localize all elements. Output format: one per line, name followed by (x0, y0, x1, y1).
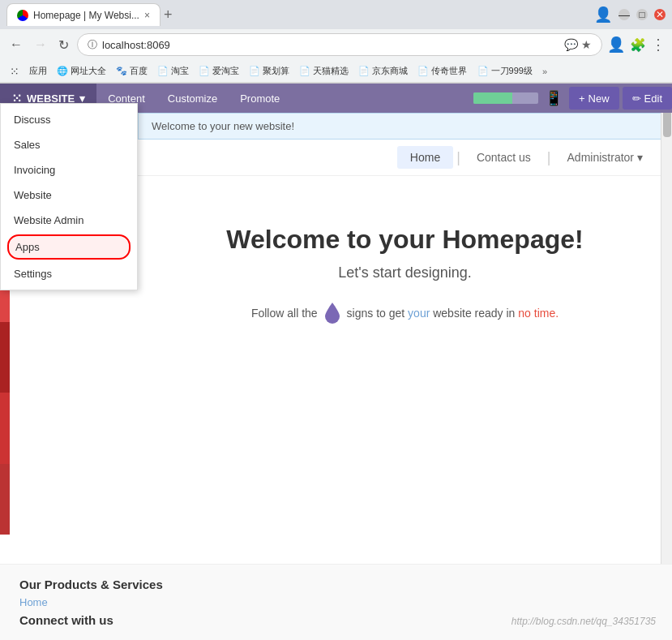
hero-title: Welcome to your Homepage! (154, 225, 656, 255)
dropdown-settings[interactable]: Settings (1, 261, 137, 286)
new-button[interactable]: + New (569, 87, 619, 110)
bm-juhesuan[interactable]: 📄 聚划算 (246, 63, 293, 79)
bm-jd[interactable]: 📄 京东商城 (355, 63, 411, 79)
notification-text: Welcome to your new website! (152, 120, 294, 132)
apps-grid-icon: ⁙ (10, 65, 19, 78)
nav-home[interactable]: Home (397, 146, 453, 169)
forward-button[interactable]: → (31, 36, 50, 54)
footer-watermark: http://blog.csdn.net/qq_34351735 (511, 616, 656, 627)
dropdown-sales[interactable]: Sales (1, 132, 137, 157)
lock-icon: Ⓘ (88, 38, 97, 52)
drip-icon (323, 301, 342, 325)
scrollbar (661, 103, 672, 640)
footer-products-title: Our Products & Services (19, 578, 653, 591)
extensions-icon[interactable]: 🧩 (630, 37, 646, 53)
hero-subtitle: Let's start designing. (154, 264, 656, 281)
bookmarks-more[interactable]: » (542, 67, 547, 76)
bm-apps[interactable]: 应用 (26, 63, 50, 79)
bookmark-star-icon[interactable]: ★ (581, 38, 592, 51)
dropdown-apps[interactable]: Apps (7, 234, 131, 260)
bookmarks-grid-icon[interactable]: ⁙ (6, 63, 23, 79)
new-label: New (589, 92, 610, 105)
edit-label: Edit (644, 92, 662, 105)
bm-chuanqi[interactable]: 📄 传奇世界 (414, 63, 470, 79)
bm-tianmao[interactable]: 📄 天猫精选 (296, 63, 352, 79)
plus-icon: + (579, 92, 585, 105)
tab-area: Homepage | My Websi... × + (6, 3, 594, 26)
profile-avatar-icon[interactable]: 👤 (607, 36, 625, 54)
site-nav: Home | Contact us | Administrator ▾ (138, 140, 672, 176)
address-bar-row: ← → ↻ Ⓘ localhost:8069 💬 ★ 👤 🧩 ⋮ (0, 29, 672, 60)
progress-fill (473, 92, 512, 104)
address-text: localhost:8069 (102, 39, 559, 51)
title-bar: Homepage | My Websi... × + 👤 — □ ✕ (0, 0, 672, 29)
bm-aitaobao[interactable]: 📄 爱淘宝 (195, 63, 242, 79)
promote-nav-item[interactable]: Promote (229, 84, 291, 113)
dropdown-website-admin[interactable]: Website Admin (1, 208, 137, 233)
hero-title-part1: Welcome to your (226, 225, 442, 254)
mobile-view-icon[interactable]: 📱 (538, 89, 569, 107)
bookmarks-bar: ⁙ 应用 🌐 网址大全 🐾 百度 📄 淘宝 📄 爱淘宝 📄 聚划算 📄 天猫精选… (0, 60, 672, 83)
refresh-button[interactable]: ↻ (55, 36, 72, 54)
notification-bar: Welcome to your new website! (138, 113, 672, 140)
translate-icon[interactable]: 💬 (564, 38, 578, 51)
edit-button[interactable]: ✏ Edit (623, 87, 672, 110)
bm-yidao[interactable]: 📄 一刀999级 (474, 63, 536, 79)
window-controls: 👤 — □ ✕ (594, 6, 666, 24)
dropdown-discuss[interactable]: Discuss (1, 107, 137, 132)
hero-description: Follow all the signs to get your website… (154, 301, 656, 325)
footer-home-link[interactable]: Home (19, 596, 653, 608)
close-button[interactable]: ✕ (654, 9, 666, 20)
cms-dropdown-menu: Discuss Sales Invoicing Website Website … (0, 103, 138, 290)
nav-separator: | (456, 149, 460, 166)
dropdown-website[interactable]: Website (1, 183, 137, 208)
desc-after: signs to get your website ready in no ti… (347, 307, 559, 320)
menu-dots-icon[interactable]: ⋮ (651, 36, 666, 54)
progress-bar (473, 92, 538, 104)
left-strip-decoration (0, 251, 10, 535)
dropdown-invoicing[interactable]: Invoicing (1, 157, 137, 183)
admin-label: Administrator (567, 151, 634, 164)
tab-close-btn[interactable]: × (144, 10, 150, 21)
admin-chevron-icon: ▾ (637, 151, 643, 164)
nav-contact[interactable]: Contact us (464, 146, 544, 169)
bm-baidu[interactable]: 🐾 百度 (113, 63, 151, 79)
back-button[interactable]: ← (6, 36, 26, 54)
address-bar[interactable]: Ⓘ localhost:8069 💬 ★ (77, 33, 602, 56)
new-tab-button[interactable]: + (164, 6, 173, 24)
hero-title-bold: Homepage! (442, 225, 583, 254)
maximize-button[interactable]: □ (636, 9, 648, 20)
bm-taobao[interactable]: 📄 淘宝 (154, 63, 192, 79)
tab-title: Homepage | My Websi... (33, 10, 139, 21)
browser-chrome: Homepage | My Websi... × + 👤 — □ ✕ ← → ↻… (0, 0, 672, 84)
hero-section: Welcome to your Homepage! Let's start de… (138, 176, 672, 358)
desc-before: Follow all the (251, 307, 318, 320)
nav-separator-2: | (547, 149, 551, 166)
no-time-text: no time. (518, 307, 559, 320)
your-link[interactable]: your (408, 307, 430, 320)
profile-icon[interactable]: 👤 (594, 6, 612, 24)
address-icons: 💬 ★ (564, 38, 592, 51)
pencil-icon: ✏ (632, 92, 641, 105)
tab-favicon (17, 10, 28, 21)
admin-dropdown[interactable]: Administrator ▾ (554, 146, 656, 169)
bm-site[interactable]: 🌐 网址大全 (54, 63, 109, 79)
active-tab[interactable]: Homepage | My Websi... × (6, 3, 161, 26)
minimize-button[interactable]: — (618, 9, 630, 20)
notification-area: Welcome to your new website! Home | Cont… (138, 113, 672, 358)
footer-section: Our Products & Services Home Connect wit… (0, 564, 672, 640)
customize-nav-item[interactable]: Customize (156, 84, 229, 113)
